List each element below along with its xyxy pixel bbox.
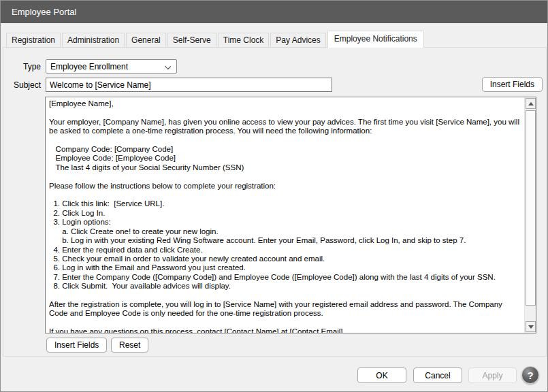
tab-pay-advices[interactable]: Pay Advices xyxy=(270,33,325,48)
vertical-scrollbar[interactable] xyxy=(524,97,536,333)
cancel-button[interactable]: Cancel xyxy=(413,368,462,383)
tab-administration[interactable]: Administration xyxy=(62,33,125,48)
tab-self-serve[interactable]: Self-Serve xyxy=(167,33,216,48)
scrollbar-thumb[interactable] xyxy=(526,110,536,306)
tab-registration[interactable]: Registration xyxy=(6,33,61,48)
tab-bar: RegistrationAdministrationGeneralSelf-Se… xyxy=(6,31,425,48)
subject-label: Subject xyxy=(3,80,41,90)
reset-button[interactable]: Reset xyxy=(111,338,148,353)
scroll-up-arrow-icon xyxy=(528,102,534,105)
scroll-down-button[interactable] xyxy=(526,321,536,332)
insert-fields-top-button[interactable]: Insert Fields xyxy=(482,77,543,92)
question-mark-icon: ? xyxy=(527,370,533,381)
tab-employee-notifications[interactable]: Employee Notifications xyxy=(327,31,424,48)
tab-time-clock[interactable]: Time Clock xyxy=(218,33,270,48)
subject-input[interactable] xyxy=(46,78,332,92)
window-title: Employee Portal xyxy=(1,7,76,17)
message-body-textarea[interactable]: [Employee Name], Your employer, [Company… xyxy=(45,97,536,333)
help-button[interactable]: ? xyxy=(521,366,539,384)
apply-button[interactable]: Apply xyxy=(468,368,517,383)
insert-fields-bottom-button[interactable]: Insert Fields xyxy=(46,338,107,353)
scroll-down-arrow-icon xyxy=(528,325,534,329)
ok-button[interactable]: OK xyxy=(357,368,406,383)
employee-portal-window: Employee Portal RegistrationAdministrati… xyxy=(0,0,548,392)
type-select-value: Employee Enrollment xyxy=(50,62,128,71)
scroll-up-button[interactable] xyxy=(526,98,536,109)
type-select[interactable]: Employee Enrollment xyxy=(46,59,177,74)
chevron-down-icon xyxy=(165,63,171,69)
tab-general[interactable]: General xyxy=(126,33,166,48)
tab-panel: Type Employee Enrollment Subject Insert … xyxy=(3,47,547,357)
message-body-text: [Employee Name], Your employer, [Company… xyxy=(46,97,524,333)
titlebar: Employee Portal xyxy=(1,1,547,23)
type-label: Type xyxy=(3,62,41,71)
